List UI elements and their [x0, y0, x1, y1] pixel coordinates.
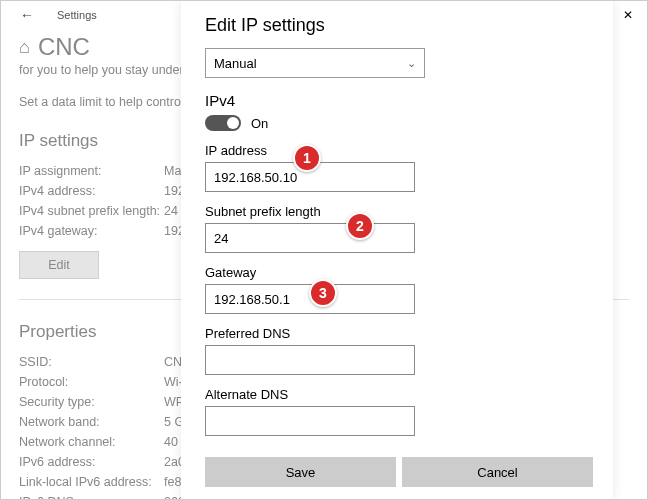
toggle-label: On — [251, 116, 268, 131]
kv-key: Protocol: — [19, 375, 164, 389]
close-button[interactable]: ✕ — [609, 1, 647, 29]
kv-key: IPv4 gateway: — [19, 224, 164, 238]
back-arrow-icon[interactable]: ← — [17, 7, 37, 23]
ipv4-toggle[interactable] — [205, 115, 241, 131]
select-value: Manual — [214, 56, 257, 71]
ipv4-heading: IPv4 — [205, 92, 593, 109]
kv-key: Network band: — [19, 415, 164, 429]
kv-key: IPv6 DNS servers: — [19, 495, 164, 500]
kv-value: 24 — [164, 204, 178, 218]
save-button[interactable]: Save — [205, 457, 396, 487]
field-label: IP address — [205, 143, 593, 158]
field-label: Gateway — [205, 265, 593, 280]
field-input-4[interactable] — [205, 406, 415, 436]
ip-assignment-select[interactable]: Manual ⌄ — [205, 48, 425, 78]
home-icon: ⌂ — [19, 37, 30, 58]
app-title: Settings — [57, 9, 97, 21]
callout-3: 3 — [309, 279, 337, 307]
kv-key: IPv4 subnet prefix length: — [19, 204, 164, 218]
kv-key: IPv4 address: — [19, 184, 164, 198]
callout-2: 2 — [346, 212, 374, 240]
field-input-1[interactable]: 24 — [205, 223, 415, 253]
kv-key: SSID: — [19, 355, 164, 369]
field-label: Subnet prefix length — [205, 204, 593, 219]
edit-ip-dialog: Edit IP settings Manual ⌄ IPv4 On IP add… — [181, 1, 613, 499]
cancel-button[interactable]: Cancel — [402, 457, 593, 487]
kv-key: Link-local IPv6 address: — [19, 475, 164, 489]
field-input-3[interactable] — [205, 345, 415, 375]
field-label: Preferred DNS — [205, 326, 593, 341]
field-label: Alternate DNS — [205, 387, 593, 402]
network-name: CNC — [38, 33, 90, 61]
dialog-title: Edit IP settings — [205, 15, 593, 36]
kv-key: Network channel: — [19, 435, 164, 449]
kv-key: IP assignment: — [19, 164, 164, 178]
kv-key: Security type: — [19, 395, 164, 409]
kv-key: IPv6 address: — [19, 455, 164, 469]
chevron-down-icon: ⌄ — [407, 57, 416, 70]
kv-value: 40 — [164, 435, 178, 449]
callout-1: 1 — [293, 144, 321, 172]
edit-button[interactable]: Edit — [19, 251, 99, 279]
